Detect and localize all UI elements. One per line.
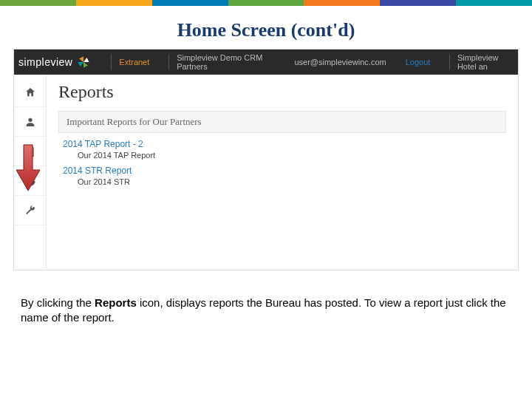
sidebar-item-settings[interactable] xyxy=(14,196,47,225)
svg-point-0 xyxy=(28,117,32,121)
app-screenshot: simpleview Extranet Simpleview Demo CRM … xyxy=(13,49,519,270)
brand-text: simpleview xyxy=(18,56,72,68)
sidebar-item-reports[interactable] xyxy=(14,137,47,166)
slide-caption: By clicking the Reports icon, displays r… xyxy=(21,296,511,326)
wrench-icon xyxy=(24,205,36,216)
extranet-link[interactable]: Extranet xyxy=(119,58,149,66)
logout-link[interactable]: Logout xyxy=(406,58,431,66)
sidebar-item-chart[interactable] xyxy=(14,166,47,196)
slide-color-bar xyxy=(0,0,532,6)
main-content: Reports Important Reports for Our Partne… xyxy=(47,75,518,270)
app-top-bar: simpleview Extranet Simpleview Demo CRM … xyxy=(14,50,518,75)
report-subtext: Our 2014 STR xyxy=(78,177,506,186)
hotel-context: Simpleview Hotel an xyxy=(457,53,499,71)
divider xyxy=(449,54,450,70)
caption-pre: By clicking the xyxy=(21,296,95,309)
report-link[interactable]: 2014 STR Report xyxy=(63,166,506,176)
pinwheel-icon xyxy=(77,55,90,69)
brand-logo-area: simpleview xyxy=(18,55,90,69)
left-sidebar xyxy=(14,75,47,270)
home-icon xyxy=(24,86,36,98)
user-icon xyxy=(24,116,36,128)
report-subtext: Our 2014 TAP Report xyxy=(78,151,506,160)
page-heading: Reports xyxy=(58,82,506,102)
sidebar-item-user[interactable] xyxy=(14,107,47,137)
section-header: Important Reports for Our Partners xyxy=(58,111,506,133)
document-icon xyxy=(24,146,36,157)
slide-title: Home Screen (cont'd) xyxy=(0,19,532,41)
sidebar-item-home[interactable] xyxy=(14,78,47,107)
context-label: Simpleview Demo CRM Partners xyxy=(177,53,279,71)
user-email: user@simpleviewinc.com xyxy=(294,58,386,66)
divider xyxy=(168,54,169,70)
divider xyxy=(111,54,112,70)
pie-chart-icon xyxy=(24,175,36,187)
caption-bold: Reports xyxy=(95,296,137,309)
report-link[interactable]: 2014 TAP Report - 2 xyxy=(63,139,506,149)
